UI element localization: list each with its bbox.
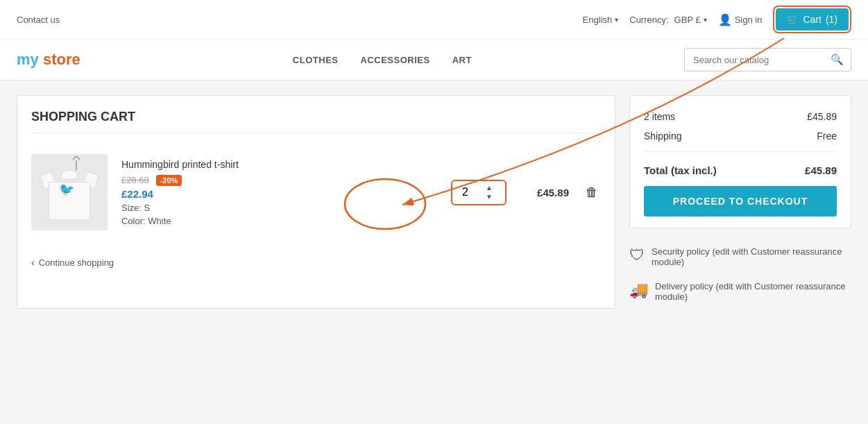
- currency-value: GBP £: [674, 15, 701, 25]
- search-box: 🔍: [684, 48, 851, 71]
- nav-art[interactable]: ART: [452, 55, 472, 65]
- summary-divider: [644, 151, 837, 152]
- cart-label: Cart: [803, 14, 821, 25]
- summary-panel: 2 items £45.89 Shipping Free Total (tax …: [629, 95, 851, 309]
- logo[interactable]: my store: [17, 51, 80, 69]
- main-nav: CLOTHES ACCESSORIES ART: [293, 55, 472, 65]
- price-original: £28.68: [121, 175, 149, 185]
- cart-item: 🐦 Hummingbird printed t-shirt £28.68 -20…: [31, 147, 601, 237]
- logo-store: store: [43, 51, 80, 68]
- quantity-buttons: ▲ ▼: [484, 184, 494, 201]
- delivery-policy: 🚚 Delivery policy (edit with Customer re…: [629, 274, 851, 309]
- continue-shopping-label: Continue shopping: [39, 257, 114, 268]
- main-content: SHOPPING CART 🐦 Humming: [0, 81, 868, 323]
- product-name: Hummingbird printed t-shirt: [121, 159, 437, 170]
- summary-box: 2 items £45.89 Shipping Free Total (tax …: [629, 95, 851, 228]
- cart-title: SHOPPING CART: [31, 110, 601, 133]
- total-label: Total (tax incl.): [644, 164, 717, 176]
- nav-clothes[interactable]: CLOTHES: [293, 55, 339, 65]
- back-arrow-icon: ‹: [31, 257, 35, 268]
- language-label: English: [583, 15, 613, 25]
- product-size: Size: S: [121, 203, 437, 213]
- checkout-button[interactable]: PROCEED TO CHECKOUT: [644, 186, 837, 217]
- cart-section: SHOPPING CART 🐦 Humming: [17, 95, 615, 309]
- product-color: Color: White: [121, 216, 437, 226]
- security-policy-text: Security policy (edit with Customer reas…: [652, 246, 851, 267]
- sign-in-link[interactable]: 👤 Sign in: [718, 13, 763, 26]
- currency-label-text: Currency:: [629, 15, 668, 25]
- nav-accessories[interactable]: ACCESSORIES: [360, 55, 429, 65]
- language-chevron-icon: ▾: [615, 16, 618, 24]
- logo-my: my: [17, 51, 39, 68]
- discount-badge: -20%: [156, 175, 182, 186]
- truck-icon: 🚚: [629, 281, 648, 299]
- cart-icon: 🛒: [787, 14, 799, 25]
- security-policy: 🛡 Security policy (edit with Customer re…: [629, 239, 851, 274]
- product-image: 🐦: [31, 154, 108, 230]
- shipping-label: Shipping: [644, 130, 682, 142]
- total-row: Total (tax incl.) £45.89: [644, 158, 837, 179]
- cart-button-wrapper: 🛒 Cart (1): [773, 6, 851, 33]
- header: my store CLOTHES ACCESSORIES ART 🔍: [0, 40, 868, 81]
- delete-item-button[interactable]: 🗑: [583, 183, 601, 203]
- cart-count: (1): [826, 14, 837, 25]
- quantity-increment[interactable]: ▲: [484, 184, 494, 192]
- contact-us-link[interactable]: Contact us: [17, 15, 60, 25]
- continue-shopping[interactable]: ‹ Continue shopping: [31, 251, 601, 273]
- shield-icon: 🛡: [629, 246, 645, 264]
- policies-section: 🛡 Security policy (edit with Customer re…: [629, 239, 851, 309]
- shipping-row: Shipping Free: [644, 126, 837, 146]
- search-input[interactable]: [685, 50, 824, 70]
- shipping-value: Free: [817, 130, 837, 142]
- cart-button[interactable]: 🛒 Cart (1): [776, 8, 849, 31]
- price-current: £22.94: [121, 188, 437, 200]
- delivery-policy-text: Delivery policy (edit with Customer reas…: [655, 281, 851, 302]
- items-row: 2 items £45.89: [644, 107, 837, 126]
- quantity-wrapper: ▲ ▼: [451, 180, 507, 205]
- total-value: £45.89: [805, 164, 837, 176]
- sign-in-label: Sign in: [735, 15, 763, 25]
- quantity-control: ▲ ▼: [451, 180, 507, 205]
- quantity-input[interactable]: [457, 186, 484, 198]
- person-icon: 👤: [718, 13, 732, 26]
- currency-chevron-icon: ▾: [704, 16, 707, 24]
- items-total: £45.89: [807, 111, 837, 122]
- quantity-decrement[interactable]: ▼: [484, 193, 494, 201]
- currency-dropdown[interactable]: Currency: GBP £ ▾: [629, 15, 706, 25]
- search-button[interactable]: 🔍: [824, 49, 851, 71]
- item-total: £45.89: [520, 187, 569, 198]
- bird-decoration: 🐦: [59, 182, 74, 197]
- product-details: Hummingbird printed t-shirt £28.68 -20% …: [121, 159, 437, 226]
- language-dropdown[interactable]: English ▾: [583, 15, 619, 25]
- items-label: 2 items: [644, 111, 675, 122]
- top-bar: Contact us English ▾ Currency: GBP £ ▾ 👤…: [0, 0, 868, 40]
